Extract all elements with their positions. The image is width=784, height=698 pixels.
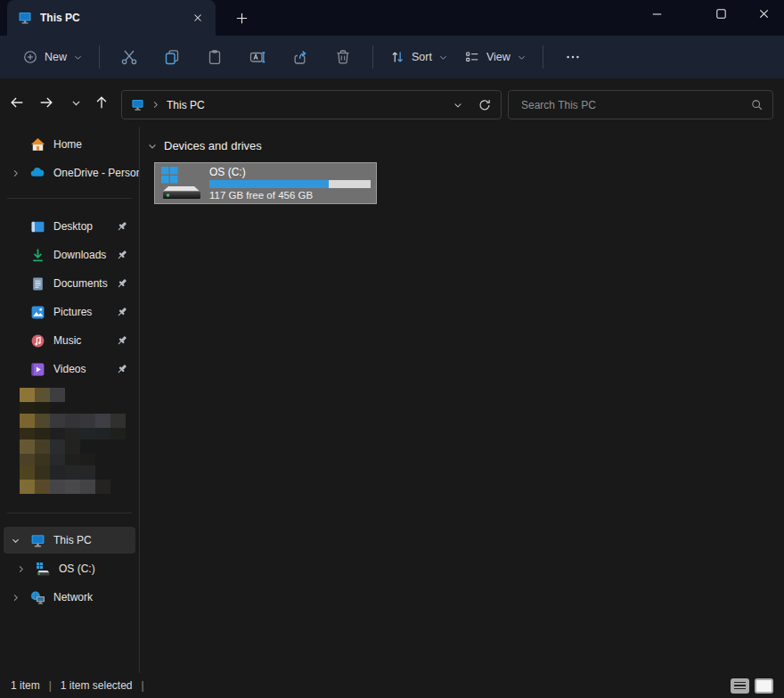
close-button[interactable]	[743, 0, 784, 27]
pin-icon	[116, 363, 128, 375]
redacted-item-row[interactable]	[20, 414, 139, 428]
sidebar-item-desktop[interactable]: Desktop	[4, 213, 135, 240]
status-bar: 1 item | 1 item selected |	[0, 673, 784, 698]
sidebar-item-label: Music	[53, 334, 81, 347]
tree-item-os-c[interactable]: OS (C:)	[9, 555, 135, 582]
sidebar-item-documents[interactable]: Documents	[4, 270, 135, 297]
this-pc-monitor-icon	[27, 533, 48, 548]
chevron-right-icon[interactable]	[4, 593, 27, 603]
address-bar[interactable]: This PC	[121, 90, 502, 119]
this-pc-monitor-icon	[18, 11, 32, 25]
tab-close-icon[interactable]	[187, 7, 208, 29]
sort-button-label: Sort	[412, 51, 432, 63]
sort-button[interactable]: Sort	[381, 41, 456, 73]
group-header-label: Devices and drives	[164, 139, 262, 152]
sidebar-item-label: Documents	[53, 277, 108, 290]
up-button[interactable]	[88, 88, 115, 117]
minimize-button[interactable]	[636, 0, 677, 27]
items-view: Devices and drives	[140, 127, 784, 673]
downloads-icon	[27, 248, 48, 263]
tree-item-network[interactable]: Network	[4, 584, 135, 611]
sidebar-item-music[interactable]: Music	[4, 327, 135, 354]
pin-icon	[116, 249, 128, 261]
delete-button[interactable]	[325, 41, 361, 73]
devices-and-drives-group[interactable]: Devices and drives	[147, 139, 262, 152]
large-icons-view-button[interactable]	[755, 678, 773, 694]
documents-icon	[27, 276, 48, 292]
chevron-down-icon[interactable]	[147, 141, 158, 152]
explorer-tab[interactable]: This PC	[7, 0, 216, 36]
sidebar-item-onedrive[interactable]: OneDrive - Persona	[4, 160, 135, 186]
breadcrumb-this-pc[interactable]: This PC	[167, 99, 205, 111]
drive-usage-fill	[209, 180, 329, 188]
navigation-pane: Home OneDrive - Persona Desktop	[0, 127, 139, 673]
address-dropdown-chevron[interactable]	[453, 100, 463, 111]
redacted-item-row[interactable]	[20, 439, 139, 454]
sidebar-divider	[7, 198, 132, 199]
redacted-item-row[interactable]	[20, 454, 139, 465]
address-row: This PC	[0, 78, 784, 127]
chevron-right-icon[interactable]	[9, 564, 32, 574]
chevron-down-icon[interactable]	[4, 536, 27, 546]
drive-tile-os-c[interactable]: OS (C:) 117 GB free of 456 GB	[154, 162, 377, 204]
network-icon	[27, 590, 48, 605]
sidebar-item-label: Videos	[53, 363, 86, 375]
redacted-sidebar-items[interactable]	[20, 388, 139, 494]
refresh-button[interactable]	[478, 98, 492, 112]
copy-button[interactable]	[154, 41, 190, 73]
back-button[interactable]	[4, 88, 30, 117]
new-tab-button[interactable]	[230, 7, 253, 29]
sidebar-item-downloads[interactable]: Downloads	[4, 242, 135, 268]
share-button[interactable]	[282, 41, 318, 73]
sidebar-item-videos[interactable]: Videos	[4, 356, 135, 382]
pin-icon	[116, 277, 128, 290]
paste-icon	[206, 48, 224, 66]
chevron-right-icon[interactable]	[4, 168, 27, 178]
forward-button[interactable]	[33, 88, 60, 117]
toolbar-divider	[372, 45, 373, 69]
maximize-button[interactable]	[700, 0, 741, 27]
home-icon	[27, 137, 48, 152]
details-view-button[interactable]	[731, 678, 749, 694]
rename-icon	[249, 48, 266, 66]
trash-icon	[334, 48, 352, 66]
view-button[interactable]: View	[456, 41, 535, 73]
pictures-icon	[27, 305, 48, 320]
sidebar-divider	[7, 513, 132, 513]
sidebar-item-home[interactable]: Home	[4, 131, 135, 158]
drive-name: OS (C:)	[209, 166, 371, 178]
redacted-item-row[interactable]	[20, 480, 139, 494]
new-button[interactable]: New	[14, 41, 91, 73]
scissors-icon	[120, 48, 138, 66]
redacted-item-row[interactable]	[20, 388, 139, 402]
chevron-down-icon	[438, 53, 448, 62]
tree-item-label: OS (C:)	[59, 563, 95, 575]
toolbar-divider	[543, 45, 543, 69]
redacted-item-row[interactable]	[20, 428, 139, 439]
sidebar-item-pictures[interactable]: Pictures	[4, 299, 135, 325]
paste-button[interactable]	[197, 41, 233, 73]
sort-arrows-icon	[389, 49, 405, 65]
cut-button[interactable]	[111, 41, 147, 73]
search-box	[508, 90, 773, 119]
music-icon	[27, 333, 48, 349]
chevron-right-icon	[151, 100, 160, 110]
sidebar-item-label: Home	[53, 138, 82, 151]
status-divider: |	[49, 679, 52, 692]
redacted-item-row[interactable]	[20, 402, 139, 414]
recent-locations-chevron[interactable]	[62, 88, 89, 117]
titlebar: This PC	[0, 0, 784, 36]
view-toggles	[731, 678, 773, 694]
toolbar-divider	[99, 45, 100, 69]
sidebar-item-label: Pictures	[53, 306, 92, 318]
videos-icon	[27, 362, 48, 377]
see-more-button[interactable]	[555, 41, 591, 73]
status-divider: |	[142, 679, 144, 692]
tree-item-label: This PC	[53, 534, 92, 546]
tree-item-this-pc[interactable]: This PC	[4, 527, 135, 554]
search-input[interactable]	[509, 99, 750, 111]
view-button-label: View	[486, 51, 510, 63]
rename-button[interactable]	[240, 41, 275, 73]
redacted-item-row[interactable]	[20, 465, 139, 480]
search-icon[interactable]	[750, 98, 764, 111]
